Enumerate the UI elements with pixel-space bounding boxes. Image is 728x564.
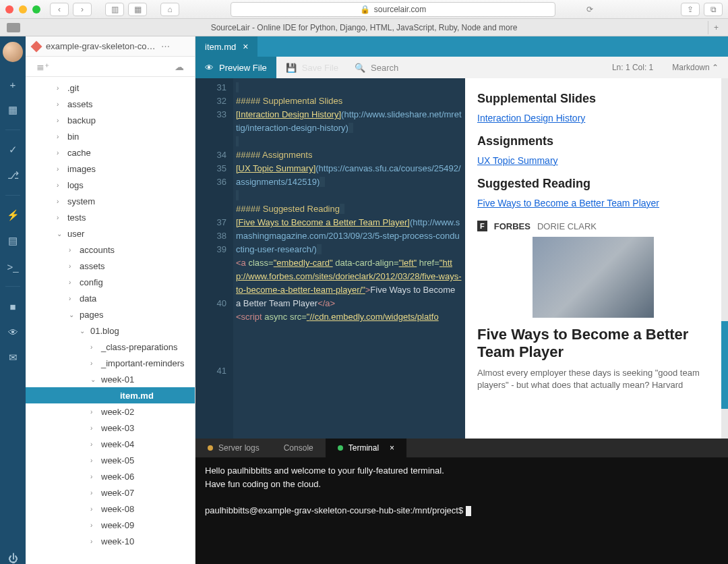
eye-icon: 👁 xyxy=(205,63,214,73)
chevron-up-icon: ⌃ xyxy=(712,63,719,72)
terminal-icon[interactable]: >_ xyxy=(7,260,19,273)
terminal-output[interactable]: Hello paulhibbitts and welcome to your f… xyxy=(195,457,728,564)
tabs-button[interactable]: ▦ xyxy=(128,3,147,16)
tabs-overview[interactable]: ⧉ xyxy=(704,3,723,16)
power-icon[interactable]: ⏻ xyxy=(7,552,19,564)
traffic-lights xyxy=(5,5,40,13)
upload-icon[interactable]: ☁ xyxy=(175,61,184,72)
heading-assignments: Assignments xyxy=(477,134,709,148)
tree-item-week-07[interactable]: ›week-07 xyxy=(26,484,195,501)
share-button[interactable]: ⇪ xyxy=(681,3,700,16)
file-tree: ›.git›assets›backup›bin›cache›images›log… xyxy=(26,77,195,564)
apps-icon[interactable]: ▦ xyxy=(7,104,19,116)
code-content[interactable]: ##### Supplemental Slides [Interaction D… xyxy=(233,78,465,439)
eye-icon[interactable]: 👁 xyxy=(7,326,19,338)
back-button[interactable]: ‹ xyxy=(50,3,69,16)
action-bar: 👁 Preview File 💾 Save File 🔍 Search Ln: … xyxy=(195,57,728,78)
tree-item-bin[interactable]: ›bin xyxy=(26,128,195,144)
save-file-button[interactable]: 💾 Save File xyxy=(276,57,348,78)
tree-item--class-preparations[interactable]: ›_class-preparations xyxy=(26,339,195,355)
link-ux-topic[interactable]: UX Topic Summary xyxy=(477,155,558,166)
mail-icon[interactable]: ✉ xyxy=(7,351,19,364)
preview-pane: Supplemental Slides Interaction Design H… xyxy=(465,78,721,439)
browser-titlebar: ‹ › ▥ ▦ ⌂ 🔒 sourcelair.com ⟳ ⇪ ⧉ xyxy=(0,0,728,19)
tree-item-week-05[interactable]: ›week-05 xyxy=(26,452,195,468)
close-window[interactable] xyxy=(5,5,13,13)
notes-icon[interactable]: ▤ xyxy=(7,235,19,247)
close-icon[interactable]: × xyxy=(390,443,394,453)
tree-item--git[interactable]: ›.git xyxy=(26,80,195,96)
project-name: example-grav-skeleton-co… xyxy=(46,41,156,51)
project-tools: ≣⁺ ☁ xyxy=(26,57,195,77)
tree-item-01-blog[interactable]: ⌄01.blog xyxy=(26,322,195,339)
new-tab-button[interactable]: + xyxy=(708,21,724,34)
link-interaction-design[interactable]: Interaction Design History xyxy=(477,113,585,123)
tree-item-week-09[interactable]: ›week-09 xyxy=(26,517,195,533)
preview-scrollbar[interactable] xyxy=(721,78,728,439)
tree-item-tests[interactable]: ›tests xyxy=(26,209,195,225)
heading-suggested: Suggested Reading xyxy=(477,177,709,191)
add-icon[interactable]: + xyxy=(7,78,19,90)
tree-item-images[interactable]: ›images xyxy=(26,161,195,177)
tab-terminal[interactable]: Terminal× xyxy=(326,439,406,457)
code-editor[interactable]: 3132333435363738394041 ##### Supplementa… xyxy=(195,78,465,439)
file-sidebar: example-grav-skeleton-co… ⋯ ≣⁺ ☁ ›.git›a… xyxy=(26,36,195,564)
minimize-window[interactable] xyxy=(19,5,27,13)
tree-item-week-02[interactable]: ›week-02 xyxy=(26,403,195,420)
language-mode[interactable]: Markdown ⌃ xyxy=(663,63,728,72)
tree-item-week-01[interactable]: ⌄week-01 xyxy=(26,371,195,387)
close-tab-icon[interactable]: × xyxy=(243,41,248,52)
tree-item-week-10[interactable]: ›week-10 xyxy=(26,533,195,549)
tree-item-user[interactable]: ⌄user xyxy=(26,225,195,242)
panel-tabs: Server logs Console Terminal× xyxy=(195,439,728,457)
tree-item-config[interactable]: ›config xyxy=(26,274,195,290)
line-gutter: 3132333435363738394041 xyxy=(195,78,233,439)
home-button[interactable]: ⌂ xyxy=(160,3,179,16)
forbes-badge: F xyxy=(477,221,487,231)
tree-item-logs[interactable]: ›logs xyxy=(26,177,195,193)
link-five-ways[interactable]: Five Ways to Become a Better Team Player xyxy=(477,198,659,208)
tree-item-week-08[interactable]: ›week-08 xyxy=(26,501,195,517)
tab-server-logs[interactable]: Server logs xyxy=(195,439,272,457)
save-icon: 💾 xyxy=(286,63,297,73)
tree-item-week-03[interactable]: ›week-03 xyxy=(26,420,195,436)
tab-console[interactable]: Console xyxy=(272,439,326,457)
tree-item-cache[interactable]: ›cache xyxy=(26,144,195,161)
tree-item-week-04[interactable]: ›week-04 xyxy=(26,436,195,452)
favicon xyxy=(7,23,20,32)
branch-icon[interactable]: ⎇ xyxy=(7,169,19,181)
browser-tabbar: SourceLair - Online IDE for Python, Djan… xyxy=(0,19,728,36)
new-file-icon[interactable]: ≣⁺ xyxy=(36,61,49,72)
project-header[interactable]: example-grav-skeleton-co… ⋯ xyxy=(26,36,195,57)
stop-icon[interactable]: ■ xyxy=(7,300,19,312)
tree-item-backup[interactable]: ›backup xyxy=(26,112,195,128)
tree-item-assets[interactable]: ›assets xyxy=(26,96,195,112)
avatar[interactable] xyxy=(3,42,23,62)
reload-icon[interactable]: ⟳ xyxy=(586,5,593,14)
tree-item-item-md[interactable]: item.md xyxy=(26,387,195,403)
preview-file-button[interactable]: 👁 Preview File xyxy=(195,57,276,78)
activity-rail: + ▦ ✓ ⎇ ⚡ ▤ >_ ■ 👁 ✉ ⏻ xyxy=(0,36,26,564)
heading-supplemental: Supplemental Slides xyxy=(477,92,709,106)
check-icon[interactable]: ✓ xyxy=(7,144,19,156)
tree-item-data[interactable]: ›data xyxy=(26,290,195,306)
project-menu-icon[interactable]: ⋯ xyxy=(161,41,170,51)
file-tab-item-md[interactable]: item.md × xyxy=(195,36,257,57)
terminal-prompt: paulhibbitts@example-grav-skeleton-cours… xyxy=(205,505,466,515)
tree-item-assets[interactable]: ›assets xyxy=(26,258,195,274)
terminal-cursor xyxy=(466,506,471,516)
tree-item-pages[interactable]: ⌄pages xyxy=(26,306,195,322)
maximize-window[interactable] xyxy=(32,5,40,13)
search-input[interactable]: 🔍 Search xyxy=(348,63,603,73)
sidebar-toggle[interactable]: ▥ xyxy=(105,3,124,16)
tree-item-accounts[interactable]: ›accounts xyxy=(26,242,195,258)
tree-item--important-reminders[interactable]: ›_important-reminders xyxy=(26,355,195,371)
browser-tab-title[interactable]: SourceLair - Online IDE for Python, Djan… xyxy=(211,23,518,32)
forward-button[interactable]: › xyxy=(73,3,92,16)
card-meta: F FORBES DORIE CLARK xyxy=(477,221,709,231)
address-bar[interactable]: 🔒 sourcelair.com ⟳ xyxy=(231,2,555,17)
card-image xyxy=(533,237,654,318)
tree-item-week-06[interactable]: ›week-06 xyxy=(26,468,195,484)
tree-item-system[interactable]: ›system xyxy=(26,193,195,209)
deploy-icon[interactable]: ⚡ xyxy=(7,209,19,221)
